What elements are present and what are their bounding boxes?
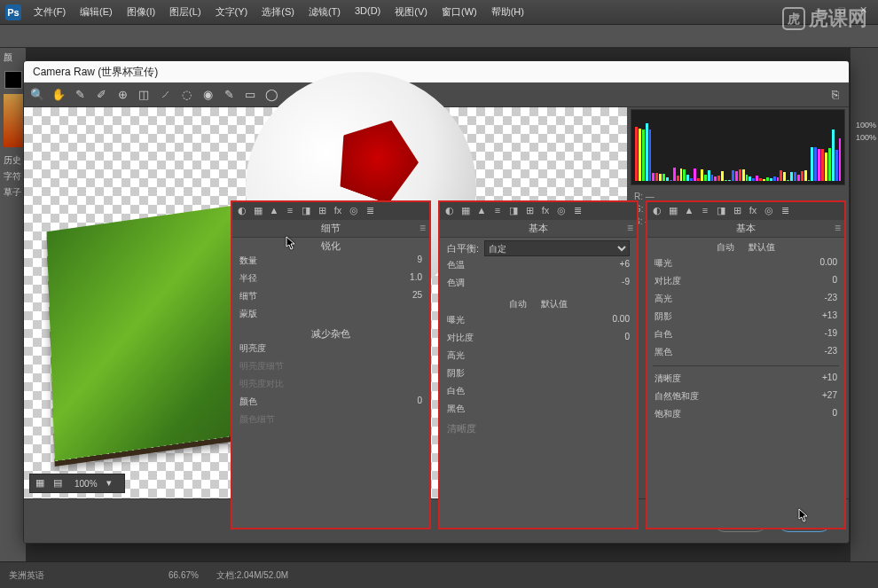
panel-tab-icon[interactable]: ◨ [300,205,312,217]
zoom-tool-icon[interactable]: 🔍 [29,87,45,103]
slider-value[interactable]: +10 [822,372,837,385]
auto-default-row: 自动 默认值 [647,238,844,257]
panel-tab-icon[interactable]: ◐ [443,205,456,217]
slider-value[interactable]: 0 [832,275,837,287]
straighten-icon[interactable]: ⟋ [157,87,173,103]
slider-value[interactable]: -9 [622,277,630,289]
default-link[interactable]: 默认值 [749,241,775,254]
panel-tab-icon[interactable]: ◐ [236,205,248,217]
slider-value[interactable]: -19 [825,328,837,341]
target-adjust-icon[interactable]: ⊕ [114,87,130,103]
menu-item[interactable]: 文字(Y) [210,2,254,22]
panel-tab-icon[interactable]: ◨ [715,205,727,217]
slider-value[interactable]: +27 [822,390,837,403]
panel-menu-icon[interactable]: ≡ [835,222,841,234]
slider-label: 高光 [447,349,465,362]
panel-menu-icon[interactable]: ≡ [627,222,633,234]
panel-tab-icon[interactable]: ▦ [252,205,264,217]
panel-tab-icon[interactable]: fx [332,205,344,217]
auto-link[interactable]: 自动 [509,298,527,310]
slider-label: 明亮度细节 [239,360,284,372]
panel-menu-icon[interactable]: ≡ [419,222,426,234]
panel-tab-icon[interactable]: ◨ [507,205,520,217]
grad-filter-icon[interactable]: ▭ [242,87,258,103]
panel-tab-icon[interactable]: ▲ [268,205,280,217]
default-link[interactable]: 默认值 [541,298,568,310]
slider-value[interactable]: 0 [832,408,837,420]
slider-label: 对比度 [447,332,474,344]
gradient-swatch[interactable] [4,94,23,147]
panel-tab-icon[interactable]: ▦ [459,205,472,217]
menu-item[interactable]: 图像(I) [122,2,161,22]
slider-value[interactable]: -23 [825,293,837,305]
slider-value[interactable]: 9 [417,255,422,267]
panel-tab-icon[interactable]: ▲ [683,205,695,217]
eyedropper-color-icon[interactable]: ✐ [93,87,109,103]
slider-value[interactable]: 0.00 [820,257,837,270]
slider-value[interactable]: 0.00 [613,314,630,326]
panel-tab-icon[interactable]: ⊞ [731,205,743,217]
panel-tab-icon[interactable]: ≣ [779,205,791,217]
panel-tab-icon[interactable]: ≡ [699,205,711,217]
slider-label: 黑色 [447,403,465,415]
slider-value[interactable]: -23 [825,346,837,358]
panel-tab-icon[interactable]: ≣ [364,205,376,217]
panel-tab-icon[interactable]: ⊞ [523,205,536,217]
panel-tab-icon[interactable]: ≣ [571,205,584,217]
panel-tab-icon[interactable]: ▦ [667,205,679,217]
panel-tab-icon[interactable]: ⊞ [316,205,328,217]
slider-label: 对比度 [655,275,681,287]
panel-tab-icon[interactable]: ▲ [475,205,488,217]
slider-row: 白色 [440,385,637,403]
panel-tab-icon[interactable]: ◎ [555,205,568,217]
slider-row: 颜色0 [232,396,429,413]
radial-filter-icon[interactable]: ◯ [263,87,279,103]
spot-removal-icon[interactable]: ◌ [178,87,194,103]
auto-link[interactable]: 自动 [717,241,734,254]
adjustment-brush-icon[interactable]: ✎ [221,87,237,103]
panel-tab-icon[interactable]: ≡ [284,205,296,217]
panel-tab-icon[interactable]: fx [539,205,552,217]
slider-value[interactable]: 25 [412,290,422,302]
filmstrip-icon[interactable]: ▤ [53,477,66,490]
preview-zoom[interactable]: 100% [71,479,101,489]
options-bar [0,25,878,48]
redeye-icon[interactable]: ◉ [200,87,216,103]
menu-item[interactable]: 选择(S) [256,2,300,22]
menu-item[interactable]: 视图(V) [389,2,433,22]
zoom-dropdown-icon[interactable]: ▾ [106,477,119,490]
slider-value[interactable]: 0 [417,396,422,408]
slider-row: 色调-9 [440,277,637,294]
noise-section: 减少杂色 [232,325,429,342]
slider-row: 黑色 [440,403,637,420]
crop-tool-icon[interactable]: ◫ [136,87,152,103]
slider-value[interactable]: 1.0 [410,272,422,285]
swatch[interactable] [4,71,22,89]
panel-tab-icon[interactable]: ◎ [348,205,360,217]
menu-item[interactable]: 窗口(W) [436,2,482,22]
menu-item[interactable]: 图层(L) [164,2,206,22]
watermark: 虎 虎课网 [782,5,867,32]
eyedropper-white-icon[interactable]: ✎ [72,87,88,103]
panel-tab-icon[interactable]: ≡ [491,205,504,217]
slider-row: 高光 [440,349,637,367]
grid-icon[interactable]: ▦ [35,477,48,490]
slider-value[interactable]: +13 [822,310,837,323]
panel-tab-icon[interactable]: fx [747,205,759,217]
hand-tool-icon[interactable]: ✋ [51,87,67,103]
slider-row: 蒙版 [232,308,429,325]
slider-value[interactable]: 0 [624,332,630,344]
menu-item[interactable]: 3D(D) [349,2,386,22]
slider-row: 饱和度0 [647,408,844,426]
slider-row: 颜色细节 [232,413,429,431]
auto-default-row: 自动 默认值 [440,294,637,314]
wb-select[interactable]: 自定 [484,240,630,256]
menu-item[interactable]: 文件(F) [28,2,71,22]
panel-tab-icon[interactable]: ◎ [763,205,775,217]
menu-item[interactable]: 滤镜(T) [303,2,346,22]
snapshot-icon[interactable]: ⎘ [827,87,843,103]
panel-tab-icon[interactable]: ◐ [651,205,663,217]
menu-item[interactable]: 编辑(E) [74,2,118,22]
slider-value[interactable]: +6 [620,259,630,271]
menu-item[interactable]: 帮助(H) [486,2,529,22]
